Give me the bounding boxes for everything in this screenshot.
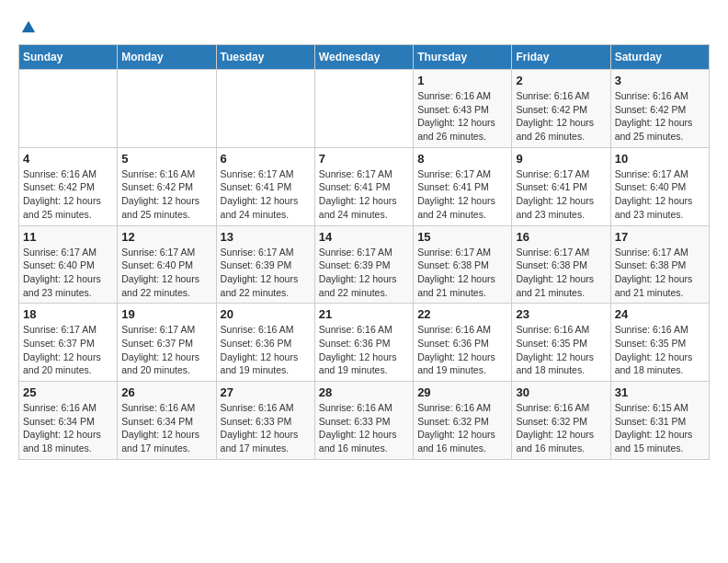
calendar-cell: 11Sunrise: 6:17 AM Sunset: 6:40 PM Dayli… bbox=[19, 225, 118, 304]
day-number: 19 bbox=[121, 307, 211, 321]
weekday-header: Sunday bbox=[19, 45, 118, 70]
calendar-week-row: 18Sunrise: 6:17 AM Sunset: 6:37 PM Dayli… bbox=[19, 304, 710, 382]
day-info: Sunrise: 6:17 AM Sunset: 6:40 PM Dayligh… bbox=[23, 246, 113, 300]
day-info: Sunrise: 6:16 AM Sunset: 6:36 PM Dayligh… bbox=[319, 323, 409, 377]
weekday-header: Wednesday bbox=[314, 45, 413, 70]
day-number: 30 bbox=[516, 385, 606, 399]
calendar-cell: 26Sunrise: 6:16 AM Sunset: 6:34 PM Dayli… bbox=[118, 382, 216, 460]
day-info: Sunrise: 6:15 AM Sunset: 6:31 PM Dayligh… bbox=[615, 401, 705, 455]
day-number: 23 bbox=[516, 307, 606, 321]
calendar-cell: 8Sunrise: 6:17 AM Sunset: 6:41 PM Daylig… bbox=[414, 147, 512, 225]
calendar-cell: 31Sunrise: 6:15 AM Sunset: 6:31 PM Dayli… bbox=[610, 382, 709, 460]
day-info: Sunrise: 6:16 AM Sunset: 6:33 PM Dayligh… bbox=[319, 401, 409, 455]
calendar-cell bbox=[19, 70, 118, 148]
day-info: Sunrise: 6:17 AM Sunset: 6:40 PM Dayligh… bbox=[615, 167, 705, 222]
calendar-cell bbox=[118, 70, 216, 148]
day-number: 27 bbox=[221, 385, 311, 399]
calendar-cell: 27Sunrise: 6:16 AM Sunset: 6:33 PM Dayli… bbox=[216, 382, 314, 460]
day-info: Sunrise: 6:16 AM Sunset: 6:32 PM Dayligh… bbox=[516, 401, 606, 455]
day-info: Sunrise: 6:16 AM Sunset: 6:36 PM Dayligh… bbox=[221, 323, 311, 377]
day-number: 21 bbox=[319, 307, 409, 321]
day-info: Sunrise: 6:17 AM Sunset: 6:38 PM Dayligh… bbox=[516, 246, 606, 300]
day-info: Sunrise: 6:17 AM Sunset: 6:39 PM Dayligh… bbox=[221, 246, 311, 300]
logo-text bbox=[18, 18, 37, 35]
day-number: 5 bbox=[121, 152, 211, 166]
weekday-header: Tuesday bbox=[216, 45, 314, 70]
day-info: Sunrise: 6:17 AM Sunset: 6:39 PM Dayligh… bbox=[319, 246, 409, 300]
calendar-week-row: 4Sunrise: 6:16 AM Sunset: 6:42 PM Daylig… bbox=[19, 147, 710, 225]
day-number: 29 bbox=[417, 385, 507, 399]
day-info: Sunrise: 6:17 AM Sunset: 6:41 PM Dayligh… bbox=[319, 167, 409, 222]
day-info: Sunrise: 6:17 AM Sunset: 6:37 PM Dayligh… bbox=[121, 323, 211, 377]
calendar-cell: 2Sunrise: 6:16 AM Sunset: 6:42 PM Daylig… bbox=[512, 70, 610, 148]
calendar-cell: 28Sunrise: 6:16 AM Sunset: 6:33 PM Dayli… bbox=[314, 382, 413, 460]
calendar-cell: 4Sunrise: 6:16 AM Sunset: 6:42 PM Daylig… bbox=[19, 147, 118, 225]
day-number: 11 bbox=[23, 230, 113, 244]
weekday-header: Monday bbox=[118, 45, 216, 70]
calendar: SundayMondayTuesdayWednesdayThursdayFrid… bbox=[18, 44, 710, 460]
day-info: Sunrise: 6:16 AM Sunset: 6:33 PM Dayligh… bbox=[221, 401, 311, 455]
day-info: Sunrise: 6:16 AM Sunset: 6:35 PM Dayligh… bbox=[516, 323, 606, 377]
calendar-cell: 9Sunrise: 6:17 AM Sunset: 6:41 PM Daylig… bbox=[512, 147, 610, 225]
day-number: 24 bbox=[615, 307, 705, 321]
day-number: 26 bbox=[121, 385, 211, 399]
weekday-header: Thursday bbox=[414, 45, 512, 70]
calendar-cell: 20Sunrise: 6:16 AM Sunset: 6:36 PM Dayli… bbox=[216, 304, 314, 382]
day-info: Sunrise: 6:16 AM Sunset: 6:42 PM Dayligh… bbox=[121, 167, 211, 222]
logo-icon bbox=[20, 18, 37, 35]
calendar-cell: 22Sunrise: 6:16 AM Sunset: 6:36 PM Dayli… bbox=[414, 304, 512, 382]
calendar-cell: 21Sunrise: 6:16 AM Sunset: 6:36 PM Dayli… bbox=[314, 304, 413, 382]
calendar-cell: 12Sunrise: 6:17 AM Sunset: 6:40 PM Dayli… bbox=[118, 225, 216, 304]
day-info: Sunrise: 6:17 AM Sunset: 6:41 PM Dayligh… bbox=[516, 167, 606, 222]
day-number: 8 bbox=[417, 152, 507, 166]
day-info: Sunrise: 6:17 AM Sunset: 6:41 PM Dayligh… bbox=[221, 167, 311, 222]
calendar-cell: 14Sunrise: 6:17 AM Sunset: 6:39 PM Dayli… bbox=[314, 225, 413, 304]
day-info: Sunrise: 6:16 AM Sunset: 6:35 PM Dayligh… bbox=[615, 323, 705, 377]
day-number: 9 bbox=[516, 152, 606, 166]
day-info: Sunrise: 6:16 AM Sunset: 6:34 PM Dayligh… bbox=[121, 401, 211, 455]
day-info: Sunrise: 6:16 AM Sunset: 6:36 PM Dayligh… bbox=[417, 323, 507, 377]
day-number: 15 bbox=[417, 230, 507, 244]
calendar-week-row: 11Sunrise: 6:17 AM Sunset: 6:40 PM Dayli… bbox=[19, 225, 710, 304]
calendar-cell: 18Sunrise: 6:17 AM Sunset: 6:37 PM Dayli… bbox=[19, 304, 118, 382]
day-info: Sunrise: 6:17 AM Sunset: 6:41 PM Dayligh… bbox=[417, 167, 507, 222]
header bbox=[18, 18, 710, 35]
calendar-cell: 16Sunrise: 6:17 AM Sunset: 6:38 PM Dayli… bbox=[512, 225, 610, 304]
calendar-cell: 29Sunrise: 6:16 AM Sunset: 6:32 PM Dayli… bbox=[414, 382, 512, 460]
day-number: 22 bbox=[417, 307, 507, 321]
svg-marker-0 bbox=[22, 21, 35, 33]
day-number: 18 bbox=[23, 307, 113, 321]
day-info: Sunrise: 6:17 AM Sunset: 6:40 PM Dayligh… bbox=[121, 246, 211, 300]
calendar-cell: 10Sunrise: 6:17 AM Sunset: 6:40 PM Dayli… bbox=[610, 147, 709, 225]
day-number: 17 bbox=[615, 230, 705, 244]
calendar-cell: 25Sunrise: 6:16 AM Sunset: 6:34 PM Dayli… bbox=[19, 382, 118, 460]
calendar-cell: 3Sunrise: 6:16 AM Sunset: 6:42 PM Daylig… bbox=[610, 70, 709, 148]
calendar-cell: 17Sunrise: 6:17 AM Sunset: 6:38 PM Dayli… bbox=[610, 225, 709, 304]
calendar-cell: 13Sunrise: 6:17 AM Sunset: 6:39 PM Dayli… bbox=[216, 225, 314, 304]
calendar-cell: 1Sunrise: 6:16 AM Sunset: 6:43 PM Daylig… bbox=[414, 70, 512, 148]
day-number: 13 bbox=[221, 230, 311, 244]
day-number: 4 bbox=[23, 152, 113, 166]
day-info: Sunrise: 6:16 AM Sunset: 6:34 PM Dayligh… bbox=[23, 401, 113, 455]
calendar-cell: 15Sunrise: 6:17 AM Sunset: 6:38 PM Dayli… bbox=[414, 225, 512, 304]
day-info: Sunrise: 6:17 AM Sunset: 6:38 PM Dayligh… bbox=[615, 246, 705, 300]
calendar-cell: 7Sunrise: 6:17 AM Sunset: 6:41 PM Daylig… bbox=[314, 147, 413, 225]
calendar-cell: 23Sunrise: 6:16 AM Sunset: 6:35 PM Dayli… bbox=[512, 304, 610, 382]
calendar-cell bbox=[216, 70, 314, 148]
calendar-header-row: SundayMondayTuesdayWednesdayThursdayFrid… bbox=[19, 45, 710, 70]
day-info: Sunrise: 6:16 AM Sunset: 6:43 PM Dayligh… bbox=[417, 89, 507, 144]
day-info: Sunrise: 6:17 AM Sunset: 6:37 PM Dayligh… bbox=[23, 323, 113, 377]
weekday-header: Friday bbox=[512, 45, 610, 70]
day-number: 20 bbox=[221, 307, 311, 321]
calendar-week-row: 1Sunrise: 6:16 AM Sunset: 6:43 PM Daylig… bbox=[19, 70, 710, 148]
day-number: 28 bbox=[319, 385, 409, 399]
day-info: Sunrise: 6:16 AM Sunset: 6:42 PM Dayligh… bbox=[615, 89, 705, 144]
calendar-cell: 24Sunrise: 6:16 AM Sunset: 6:35 PM Dayli… bbox=[610, 304, 709, 382]
day-number: 10 bbox=[615, 152, 705, 166]
day-number: 6 bbox=[221, 152, 311, 166]
calendar-cell: 6Sunrise: 6:17 AM Sunset: 6:41 PM Daylig… bbox=[216, 147, 314, 225]
logo bbox=[18, 18, 37, 35]
day-number: 2 bbox=[516, 74, 606, 87]
day-info: Sunrise: 6:16 AM Sunset: 6:32 PM Dayligh… bbox=[417, 401, 507, 455]
day-number: 14 bbox=[319, 230, 409, 244]
